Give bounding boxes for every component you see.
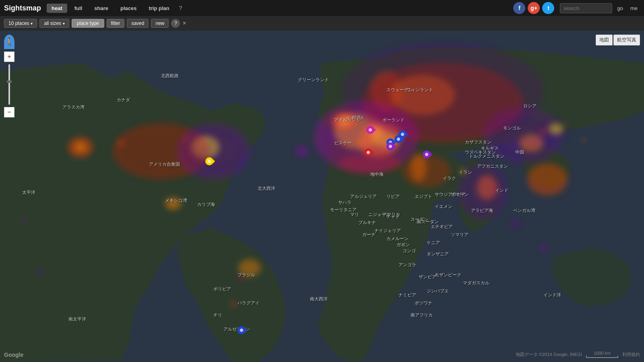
- places-count-dropdown[interactable]: 10 places: [4, 19, 37, 28]
- map-pin-pin5[interactable]: [366, 126, 374, 137]
- map-container[interactable]: カナダアメリカ合衆国メキシコ湾カリブ海北大西洋ブラジルボリビアチリパラグアイアル…: [0, 31, 644, 362]
- filter-toolbar: 10 places all sizes place type filter sa…: [0, 16, 644, 31]
- svg-point-23: [527, 163, 568, 195]
- scale-label: 1000 km: [594, 351, 611, 356]
- svg-point-24: [165, 197, 181, 210]
- svg-point-42: [539, 244, 547, 252]
- app-title: Sightsmap: [4, 4, 41, 12]
- filter-help-button[interactable]: ?: [171, 19, 180, 28]
- map-pin-pin8[interactable]: [423, 150, 431, 162]
- svg-point-34: [177, 123, 250, 179]
- place-type-button[interactable]: place type: [72, 19, 104, 28]
- heatmap-svg: [0, 31, 644, 362]
- map-data-credit: 地図データ ©2014 Google, INEGI: [516, 352, 582, 358]
- svg-point-36: [342, 43, 543, 139]
- help-button[interactable]: ?: [177, 4, 185, 12]
- zoom-in-button[interactable]: +: [4, 51, 14, 62]
- filter-button[interactable]: filter: [107, 19, 125, 28]
- google-attribution: Google: [4, 352, 23, 358]
- map-pin-pin9[interactable]: [237, 326, 246, 337]
- me-button[interactable]: me: [628, 4, 640, 13]
- twitter-icon[interactable]: t: [542, 2, 554, 14]
- svg-point-28: [118, 140, 124, 146]
- map-attribution-detail: 地図データ ©2014 Google, INEGI 1000 km 利用規約: [516, 351, 640, 358]
- map-pin-pin4[interactable]: [364, 148, 372, 160]
- places-button[interactable]: places: [116, 4, 141, 13]
- map-view-button[interactable]: 地図: [596, 35, 613, 45]
- svg-point-38: [296, 145, 308, 157]
- svg-point-32: [581, 137, 586, 142]
- svg-point-22: [238, 259, 261, 277]
- google-plus-icon[interactable]: g+: [528, 2, 540, 14]
- map-view-toggle: 地図 航空写真: [596, 35, 640, 45]
- scale-bar: 1000 km: [586, 351, 618, 358]
- share-button[interactable]: share: [89, 4, 113, 13]
- svg-point-30: [230, 301, 237, 307]
- svg-point-40: [22, 217, 27, 222]
- terms-label[interactable]: 利用規約: [622, 352, 640, 358]
- map-pin-pin7[interactable]: [386, 142, 394, 154]
- trip-plan-button[interactable]: trip plan: [144, 4, 174, 13]
- zoom-out-button[interactable]: −: [4, 107, 14, 117]
- saved-button[interactable]: saved: [127, 19, 149, 28]
- svg-point-39: [37, 269, 43, 275]
- new-button[interactable]: new: [151, 19, 169, 28]
- zoom-handle[interactable]: [7, 80, 12, 83]
- map-pin-pin6[interactable]: [394, 135, 402, 146]
- sizes-dropdown[interactable]: all sizes: [39, 19, 69, 28]
- filter-close-button[interactable]: ×: [182, 20, 186, 27]
- svg-point-41: [510, 219, 520, 228]
- search-input[interactable]: [560, 3, 612, 13]
- map-pin-pin1[interactable]: [205, 157, 213, 169]
- social-icons-group: f g+ t go me: [513, 2, 640, 14]
- top-navigation-bar: Sightsmap heat full share places trip pl…: [0, 0, 644, 16]
- zoom-slider[interactable]: [8, 64, 10, 105]
- heat-button[interactable]: heat: [47, 4, 67, 13]
- scale-line: [586, 356, 618, 358]
- search-go-button[interactable]: go: [615, 4, 625, 13]
- full-button[interactable]: full: [70, 4, 87, 13]
- facebook-icon[interactable]: f: [513, 2, 525, 14]
- satellite-view-button[interactable]: 航空写真: [613, 35, 640, 45]
- svg-point-37: [459, 163, 507, 220]
- pegman-control[interactable]: 🚶: [4, 35, 14, 49]
- svg-point-13: [76, 143, 85, 151]
- map-controls: 🚶 + −: [4, 35, 14, 117]
